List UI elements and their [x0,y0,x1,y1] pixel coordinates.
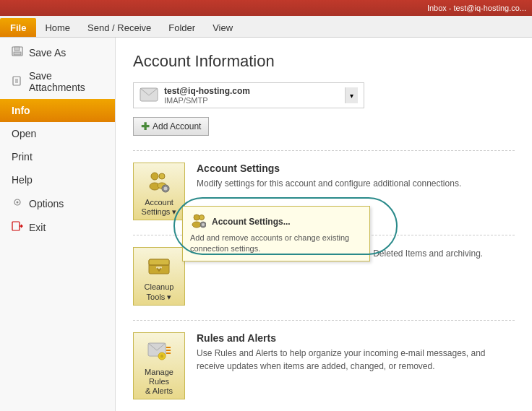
add-account-label: Add Account [153,121,201,131]
page-title: Account Information [133,52,515,71]
content-area: Account Information test@iq-hosting.com … [116,38,532,411]
account-email: test@iq-hosting.com [164,86,339,96]
section-divider-3 [133,320,515,321]
add-account-button[interactable]: ✚ Add Account [133,117,209,136]
sidebar-label-open: Open [12,128,36,139]
account-settings-desc-text: Modify settings for this account and con… [197,177,515,190]
plus-icon: ✚ [141,121,150,132]
account-select-dropdown[interactable]: test@iq-hosting.com IMAP/SMTP ▾ [133,82,364,108]
svg-point-17 [164,187,168,191]
attachment-icon [12,76,23,88]
ribbon-tabs: File Home Send / Receive Folder View [0,16,532,38]
title-bar: Inbox - test@iq-hosting.co... [0,0,532,16]
sidebar-item-save-as[interactable]: Save As [0,40,115,64]
account-settings-section: AccountSettings ▾ Account Settings Modif… [133,163,515,220]
tab-home[interactable]: Home [36,18,79,37]
svg-point-8 [17,202,19,204]
svg-rect-9 [12,222,20,230]
tooltip-icon [190,212,206,230]
sidebar-item-help[interactable]: Help [0,168,115,191]
svg-point-24 [200,215,205,220]
sidebar-label-save-attachments: Save Attachments [29,70,103,93]
file-tab[interactable]: File [0,18,36,37]
exit-icon [12,221,23,233]
account-type: IMAP/SMTP [164,96,339,105]
cleanup-tools-button[interactable]: CleanupTools ▾ [133,247,185,305]
title-bar-text: Inbox - test@iq-hosting.co... [427,4,526,12]
svg-rect-18 [165,185,166,186]
account-info: test@iq-hosting.com IMAP/SMTP [164,86,339,105]
sidebar-item-options[interactable]: Options [0,191,115,215]
sidebar-label-options: Options [29,198,64,209]
account-envelope-icon [140,87,158,104]
svg-point-14 [159,173,165,179]
account-settings-title: Account Settings [197,163,515,174]
sidebar-item-exit[interactable]: Exit [0,215,115,239]
account-dropdown-arrow[interactable]: ▾ [345,87,358,103]
svg-point-12 [151,173,158,180]
cleanup-tools-label: CleanupTools ▾ [145,282,174,301]
sidebar-item-print[interactable]: Print [0,145,115,168]
svg-point-22 [194,215,200,220]
sidebar-label-info: Info [12,105,30,116]
sidebar: Save As Save Attachments Info Open Print… [0,38,116,411]
sidebar-label-print: Print [12,151,33,163]
svg-rect-21 [168,188,169,189]
svg-rect-2 [14,52,21,55]
manage-rules-button[interactable]: Manage Rules& Alerts [133,332,185,400]
options-icon [12,197,23,209]
svg-point-23 [192,222,201,228]
sidebar-label-help: Help [12,174,33,186]
account-settings-button[interactable]: AccountSettings ▾ [133,163,185,220]
tooltip-popup: Account Settings... Add and remove accou… [182,206,370,261]
cleanup-tools-icon [146,254,172,280]
rules-alerts-description: Rules and Alerts Use Rules and Alerts to… [197,332,515,373]
tab-view[interactable]: View [204,18,241,37]
svg-rect-28 [149,259,169,265]
main-layout: Save As Save Attachments Info Open Print… [0,38,532,411]
rules-alerts-title: Rules and Alerts [197,332,515,344]
sidebar-label-save-as: Save As [29,47,66,59]
manage-rules-icon [146,339,172,365]
rules-alerts-section: Manage Rules& Alerts Rules and Alerts Us… [133,332,515,400]
tooltip-title: Account Settings... [190,212,362,230]
section-divider [133,150,515,151]
save-icon [12,46,23,59]
manage-rules-label: Manage Rules& Alerts [137,368,181,397]
sidebar-item-open[interactable]: Open [0,122,115,145]
sidebar-label-exit: Exit [29,222,46,233]
svg-rect-1 [14,47,20,51]
svg-point-26 [202,223,205,226]
sidebar-item-info[interactable]: Info [0,99,115,122]
tab-send-receive[interactable]: Send / Receive [79,18,160,37]
account-settings-description: Account Settings Modify settings for thi… [197,163,515,190]
account-settings-label: AccountSettings ▾ [142,198,177,217]
sidebar-item-save-attachments[interactable]: Save Attachments [0,64,115,99]
svg-rect-19 [165,191,166,192]
account-settings-icon [146,169,172,195]
tab-folder[interactable]: Folder [160,18,204,37]
rules-alerts-desc-text: Use Rules and Alerts to help organize yo… [197,347,515,373]
tooltip-text: Add and remove accounts or change existi… [190,233,362,255]
account-selector: test@iq-hosting.com IMAP/SMTP ▾ [133,82,515,108]
svg-rect-20 [162,188,163,189]
